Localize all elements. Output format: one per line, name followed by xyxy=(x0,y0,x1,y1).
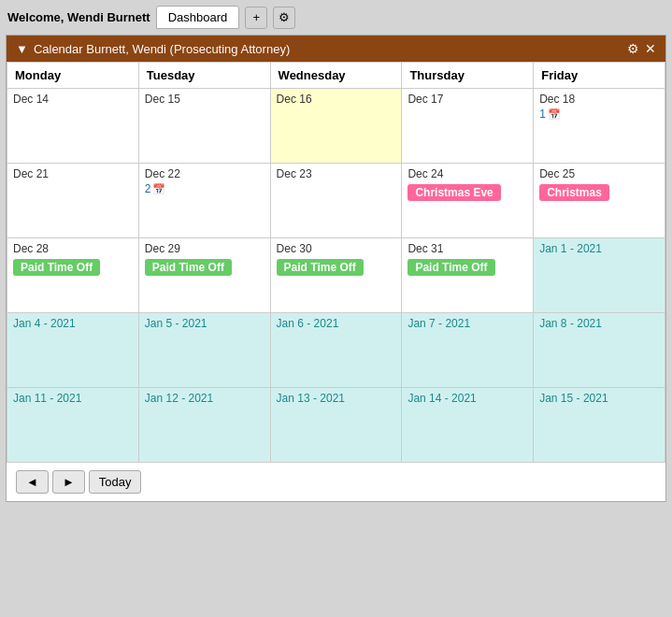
event-badge[interactable]: Christmas Eve xyxy=(407,184,500,201)
add-button[interactable]: + xyxy=(245,7,267,29)
calendar-title-area: ▼ Calendar Burnett, Wendi (Prosecuting A… xyxy=(16,42,290,56)
calendar-cell[interactable]: Jan 5 - 2021 xyxy=(138,313,270,388)
calendar-row: Jan 11 - 2021Jan 12 - 2021Jan 13 - 2021J… xyxy=(7,388,665,463)
calendar-cell[interactable]: Dec 24Christmas Eve xyxy=(402,164,534,238)
calendar-cell[interactable]: Dec 222📅 xyxy=(138,164,270,238)
weekday-header-tuesday: Tuesday xyxy=(138,63,270,89)
cell-date-label: Jan 15 - 2021 xyxy=(539,392,659,405)
calendar-row: Dec 14Dec 15Dec 16Dec 17Dec 181📅 xyxy=(7,89,665,164)
event-badge[interactable]: Paid Time Off xyxy=(145,259,232,276)
dashboard-tab[interactable]: Dashboard xyxy=(156,6,240,29)
cell-date-label: Dec 25 xyxy=(539,167,659,180)
calendar-cell[interactable]: Dec 15 xyxy=(138,89,270,164)
calendar-cell[interactable]: Dec 28Paid Time Off xyxy=(7,238,139,313)
calendar-cell[interactable]: Dec 21 xyxy=(7,164,139,238)
calendar-cell[interactable]: Jan 15 - 2021 xyxy=(534,388,665,463)
settings-button[interactable]: ⚙ xyxy=(273,7,295,29)
cell-date-label: Dec 16 xyxy=(277,93,396,106)
calendar-cell[interactable]: Jan 4 - 2021 xyxy=(7,313,139,388)
cell-count[interactable]: 1📅 xyxy=(539,108,659,121)
cell-count[interactable]: 2📅 xyxy=(145,182,265,195)
cell-date-label: Dec 24 xyxy=(407,167,527,180)
calendar-cell[interactable]: Jan 8 - 2021 xyxy=(534,313,665,388)
calendar-cell[interactable]: Dec 30Paid Time Off xyxy=(270,238,402,313)
cell-date-label: Dec 18 xyxy=(539,93,659,106)
calendar-title: Calendar Burnett, Wendi (Prosecuting Att… xyxy=(34,42,290,56)
calendar-row: Dec 21Dec 222📅Dec 23Dec 24Christmas EveD… xyxy=(7,164,665,238)
calendar-cell[interactable]: Dec 25Christmas xyxy=(534,164,665,238)
cell-date-label: Jan 4 - 2021 xyxy=(13,317,133,330)
cell-date-label: Dec 30 xyxy=(277,242,396,255)
cell-date-label: Jan 6 - 2021 xyxy=(277,317,396,330)
cell-date-label: Dec 29 xyxy=(145,242,265,255)
cell-date-label: Dec 22 xyxy=(145,167,265,180)
calendar-settings-icon[interactable]: ⚙ xyxy=(627,41,639,56)
calendar-row: Dec 28Paid Time OffDec 29Paid Time OffDe… xyxy=(7,238,665,313)
cell-date-label: Jan 8 - 2021 xyxy=(539,317,659,330)
today-button[interactable]: Today xyxy=(89,470,142,494)
cell-date-label: Jan 1 - 2021 xyxy=(539,242,659,255)
calendar-table: MondayTuesdayWednesdayThursdayFridayDec … xyxy=(7,62,665,463)
welcome-text: Welcome, Wendi Burnett xyxy=(7,10,150,24)
event-badge[interactable]: Christmas xyxy=(539,184,609,201)
calendar-grid-wrapper: MondayTuesdayWednesdayThursdayFridayDec … xyxy=(7,62,665,463)
cell-date-label: Dec 23 xyxy=(277,167,396,180)
calendar-cell[interactable]: Dec 23 xyxy=(270,164,402,238)
next-button[interactable]: ► xyxy=(52,470,85,494)
calendar-cell[interactable]: Jan 6 - 2021 xyxy=(270,313,402,388)
cell-date-label: Dec 15 xyxy=(145,93,265,106)
cell-date-label: Dec 21 xyxy=(13,167,133,180)
calendar-row: Jan 4 - 2021Jan 5 - 2021Jan 6 - 2021Jan … xyxy=(7,313,665,388)
navigation-bar: ◄ ► Today xyxy=(7,463,665,501)
cell-date-label: Jan 14 - 2021 xyxy=(407,392,527,405)
cell-date-label: Jan 7 - 2021 xyxy=(407,317,527,330)
calendar-controls: ⚙ ✕ xyxy=(627,41,656,56)
calendar-cell[interactable]: Dec 14 xyxy=(7,89,139,164)
count-number: 2 xyxy=(145,182,151,195)
calendar-cell[interactable]: Dec 29Paid Time Off xyxy=(138,238,270,313)
prev-button[interactable]: ◄ xyxy=(16,470,49,494)
calendar-small-icon: 📅 xyxy=(548,108,561,121)
calendar-cell[interactable]: Jan 13 - 2021 xyxy=(270,388,402,463)
calendar-cell[interactable]: Jan 11 - 2021 xyxy=(7,388,139,463)
weekday-header-thursday: Thursday xyxy=(402,63,534,89)
cell-date-label: Jan 5 - 2021 xyxy=(145,317,265,330)
calendar-cell[interactable]: Jan 1 - 2021 xyxy=(534,238,665,313)
calendar-cell[interactable]: Dec 17 xyxy=(402,89,534,164)
cell-date-label: Dec 31 xyxy=(407,242,527,255)
calendar-cell[interactable]: Jan 14 - 2021 xyxy=(402,388,534,463)
cell-date-label: Dec 14 xyxy=(13,93,133,106)
calendar-close-icon[interactable]: ✕ xyxy=(645,41,656,56)
calendar-cell[interactable]: Dec 31Paid Time Off xyxy=(402,238,534,313)
top-bar: Welcome, Wendi Burnett Dashboard + ⚙ xyxy=(0,0,672,35)
weekday-header-monday: Monday xyxy=(7,63,139,89)
calendar-cell[interactable]: Dec 181📅 xyxy=(534,89,665,164)
cell-date-label: Dec 28 xyxy=(13,242,133,255)
calendar-small-icon: 📅 xyxy=(152,183,165,195)
cell-date-label: Jan 11 - 2021 xyxy=(13,392,133,405)
cell-date-label: Dec 17 xyxy=(407,93,527,106)
weekday-header-friday: Friday xyxy=(534,63,665,89)
event-badge[interactable]: Paid Time Off xyxy=(13,259,100,276)
count-number: 1 xyxy=(539,108,546,121)
calendar-cell[interactable]: Jan 7 - 2021 xyxy=(402,313,534,388)
calendar-cell[interactable]: Jan 12 - 2021 xyxy=(138,388,270,463)
calendar-container: ▼ Calendar Burnett, Wendi (Prosecuting A… xyxy=(6,35,666,502)
cell-date-label: Jan 12 - 2021 xyxy=(145,392,265,405)
calendar-header-bar: ▼ Calendar Burnett, Wendi (Prosecuting A… xyxy=(7,36,665,62)
event-badge[interactable]: Paid Time Off xyxy=(277,259,364,276)
event-badge[interactable]: Paid Time Off xyxy=(407,259,494,276)
weekday-header-wednesday: Wednesday xyxy=(270,63,402,89)
collapse-icon[interactable]: ▼ xyxy=(16,42,28,56)
cell-date-label: Jan 13 - 2021 xyxy=(277,392,396,405)
calendar-cell[interactable]: Dec 16 xyxy=(270,89,402,164)
